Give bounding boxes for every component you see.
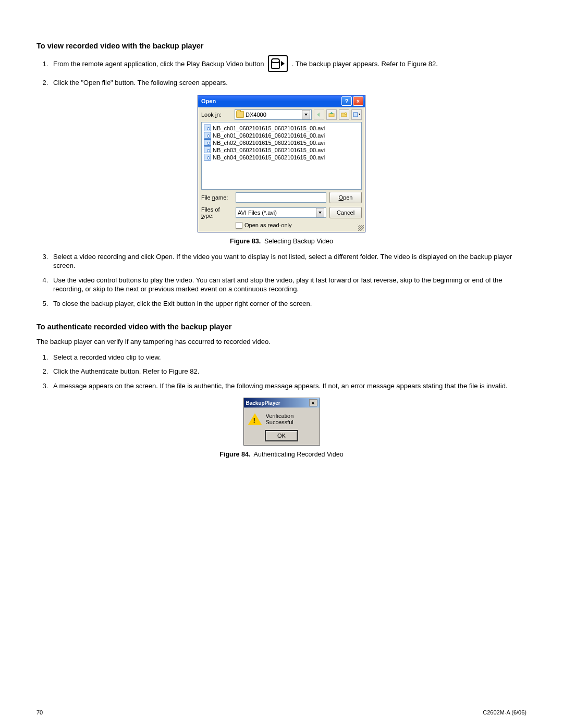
view-menu-icon[interactable] [351, 109, 362, 120]
view-step-1: From the remote agent application, click… [50, 56, 527, 73]
dialog-titlebar[interactable]: Open ? × [198, 95, 365, 107]
close-button[interactable]: × [353, 96, 363, 106]
avi-file-icon [204, 125, 211, 131]
svg-rect-0 [329, 114, 334, 117]
msgbox-title: BackupPlayer [246, 400, 309, 406]
step1-text-b: . The backup player appears. Refer to Fi… [292, 60, 438, 68]
ok-button[interactable]: OK [265, 430, 298, 441]
figure-84-caption: Figure 84. Authenticating Recorded Video [36, 451, 527, 458]
auth-step-2: Click the Authenticate button. Refer to … [50, 367, 527, 376]
auth-step-3: A message appears on the screen. If the … [50, 381, 527, 391]
list-item[interactable]: NB_ch01_0602101616_0602101616_00.avi [204, 132, 359, 139]
readonly-row[interactable]: Open as read-only [236, 222, 362, 229]
readonly-checkbox[interactable] [236, 222, 242, 229]
step1-text-a: From the remote agent application, click… [53, 60, 266, 68]
resize-grip-icon[interactable] [358, 225, 364, 231]
heading-authenticate: To authenticate recorded video with the … [36, 323, 527, 331]
auth-step-1: Select a recorded video clip to view. [50, 353, 527, 362]
svg-point-2 [345, 113, 347, 115]
page-number: 70 [36, 709, 43, 715]
msgbox-message: Verification Successful [266, 413, 315, 425]
list-item[interactable]: NB_ch02_0602101615_0602101615_00.avi [204, 139, 359, 146]
new-folder-icon[interactable] [339, 109, 349, 120]
filetype-label: Files of type: [201, 206, 232, 219]
dropdown-icon[interactable] [316, 208, 324, 217]
svg-rect-3 [353, 113, 358, 117]
dropdown-icon[interactable] [302, 110, 310, 119]
avi-file-icon [204, 154, 211, 161]
page-footer: 70 C2602M-A (6/06) [36, 709, 527, 715]
auth-intro-text: The backup player can verify if any tamp… [36, 337, 527, 347]
avi-file-icon [204, 132, 211, 139]
figure-83-caption: Figure 83. Selecting Backup Video [36, 238, 527, 245]
avi-file-icon [204, 139, 211, 146]
lookin-value: DX4000 [246, 112, 266, 118]
view-step-5: To close the backup player, click the Ex… [50, 299, 527, 309]
filetype-select[interactable]: AVI Files (*.avi) [236, 207, 326, 218]
warning-icon [248, 413, 262, 425]
list-item[interactable]: NB_ch03_0602101615_0602101615_00.avi [204, 146, 359, 154]
lookin-select[interactable]: DX4000 [235, 109, 312, 120]
open-button[interactable]: Open [329, 192, 362, 203]
dialog-bottom: File name: Open Files of type: AVI Files… [198, 190, 365, 232]
figure-83: Open ? × Look in: DX4000 NB_ch01_0602101… [36, 95, 527, 245]
view-step-2: Click the "Open file" button. The follow… [50, 78, 527, 88]
folder-icon [236, 111, 244, 118]
back-icon[interactable] [314, 109, 324, 120]
list-item[interactable]: NB_ch01_0602101615_0602101615_00.avi [204, 125, 359, 132]
auth-steps-list: Select a recorded video clip to view. Cl… [50, 353, 527, 391]
view-step-4: Use the video control buttons to play th… [50, 276, 527, 294]
close-icon[interactable]: × [309, 399, 317, 406]
up-one-level-icon[interactable] [326, 109, 337, 120]
avi-file-icon [204, 146, 211, 153]
msgbox-titlebar[interactable]: BackupPlayer × [244, 398, 320, 408]
view-step-3: Select a video recording and click Open.… [50, 252, 527, 270]
lookin-label: Look in: [201, 112, 232, 118]
dialog-title: Open [201, 98, 340, 104]
readonly-label: Open as read-only [244, 222, 292, 228]
heading-view-recorded: To view recorded video with the backup p… [36, 42, 527, 50]
play-backup-video-icon [268, 55, 288, 72]
filename-label: File name: [201, 194, 232, 201]
figure-84: BackupPlayer × Verification Successful O… [36, 398, 527, 458]
view-steps-list-cont: Select a video recording and click Open.… [50, 252, 527, 309]
view-steps-list: From the remote agent application, click… [50, 56, 527, 88]
verification-msgbox: BackupPlayer × Verification Successful O… [243, 398, 320, 446]
cancel-button[interactable]: Cancel [329, 207, 362, 218]
help-button[interactable]: ? [341, 96, 352, 106]
file-list[interactable]: NB_ch01_0602101615_0602101615_00.avi NB_… [201, 122, 362, 190]
list-item[interactable]: NB_ch04_0602101615_0602101615_00.avi [204, 154, 359, 161]
open-file-dialog: Open ? × Look in: DX4000 NB_ch01_0602101… [198, 95, 365, 232]
filename-input[interactable] [236, 192, 326, 203]
lookin-row: Look in: DX4000 [198, 107, 365, 122]
doc-id: C2602M-A (6/06) [483, 709, 527, 715]
